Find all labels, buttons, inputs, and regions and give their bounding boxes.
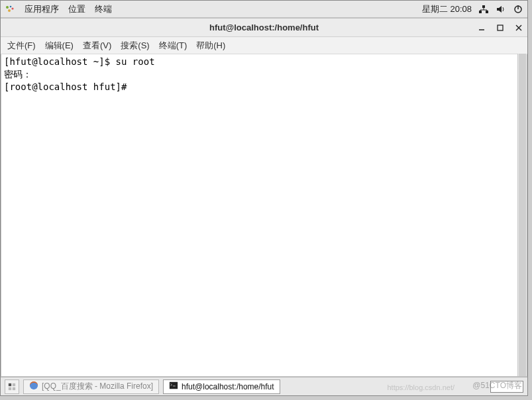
menu-view[interactable]: 查看(V) xyxy=(83,40,111,52)
menu-search[interactable]: 搜索(S) xyxy=(121,40,149,52)
svg-point-3 xyxy=(8,9,11,12)
menu-terminal-m[interactable]: 终端(T) xyxy=(159,40,187,52)
menu-terminal[interactable]: 终端 xyxy=(95,3,112,15)
svg-rect-4 xyxy=(479,11,482,13)
svg-rect-14 xyxy=(13,383,15,385)
term-line: [root@localhost hfut]# xyxy=(4,81,127,92)
window-title: hfut@localhost:/home/hfut xyxy=(1,23,527,32)
taskbar-terminal[interactable]: hfut@localhost:/home/hfut xyxy=(163,379,280,394)
svg-rect-15 xyxy=(9,387,11,389)
top-panel: 应用程序 位置 终端 星期二 20:08 xyxy=(1,1,527,18)
menu-places[interactable]: 位置 xyxy=(68,3,85,15)
close-button[interactable] xyxy=(514,23,523,32)
taskbar-firefox-label: [QQ_百度搜索 - Mozilla Firefox] xyxy=(42,381,153,392)
network-icon[interactable] xyxy=(478,4,489,15)
svg-rect-13 xyxy=(9,383,11,385)
minimize-button[interactable] xyxy=(477,23,486,32)
svg-rect-10 xyxy=(498,25,503,30)
firefox-icon xyxy=(29,381,38,392)
power-icon[interactable] xyxy=(513,4,523,15)
taskbar-input[interactable] xyxy=(490,381,523,393)
terminal-window: hfut@localhost:/home/hfut 文件(F) 编辑(E) 查看… xyxy=(1,18,527,377)
clock[interactable]: 星期二 20:08 xyxy=(422,3,472,15)
scrollbar-thumb[interactable] xyxy=(519,54,526,376)
volume-icon[interactable] xyxy=(496,4,506,15)
svg-point-0 xyxy=(6,6,9,9)
term-line: [hfut@localhost ~]$ su root xyxy=(4,56,155,67)
menu-edit[interactable]: 编辑(E) xyxy=(45,40,74,52)
gnome-logo-icon xyxy=(5,4,15,15)
svg-rect-16 xyxy=(13,387,15,389)
taskbar-firefox[interactable]: [QQ_百度搜索 - Mozilla Firefox] xyxy=(23,379,159,394)
maximize-button[interactable] xyxy=(496,23,505,32)
terminal-menubar: 文件(F) 编辑(E) 查看(V) 搜索(S) 终端(T) 帮助(H) xyxy=(1,37,527,54)
term-line: 密码： xyxy=(4,69,32,79)
svg-rect-6 xyxy=(482,5,485,8)
terminal-icon xyxy=(169,381,178,392)
svg-point-1 xyxy=(10,5,12,7)
svg-rect-5 xyxy=(486,11,488,13)
svg-rect-18 xyxy=(170,382,178,389)
window-titlebar[interactable]: hfut@localhost:/home/hfut xyxy=(1,19,527,37)
workspace-switcher[interactable] xyxy=(5,379,19,394)
terminal-content[interactable]: [hfut@localhost ~]$ su root 密码： [root@lo… xyxy=(1,54,527,377)
terminal-scrollbar[interactable] xyxy=(517,54,527,376)
menu-help[interactable]: 帮助(H) xyxy=(196,40,225,52)
menu-file[interactable]: 文件(F) xyxy=(7,40,36,52)
taskbar-terminal-label: hfut@localhost:/home/hfut xyxy=(182,382,274,391)
menu-applications[interactable]: 应用程序 xyxy=(25,3,59,15)
taskbar: [QQ_百度搜索 - Mozilla Firefox] hfut@localho… xyxy=(1,377,527,395)
svg-point-2 xyxy=(11,7,13,9)
